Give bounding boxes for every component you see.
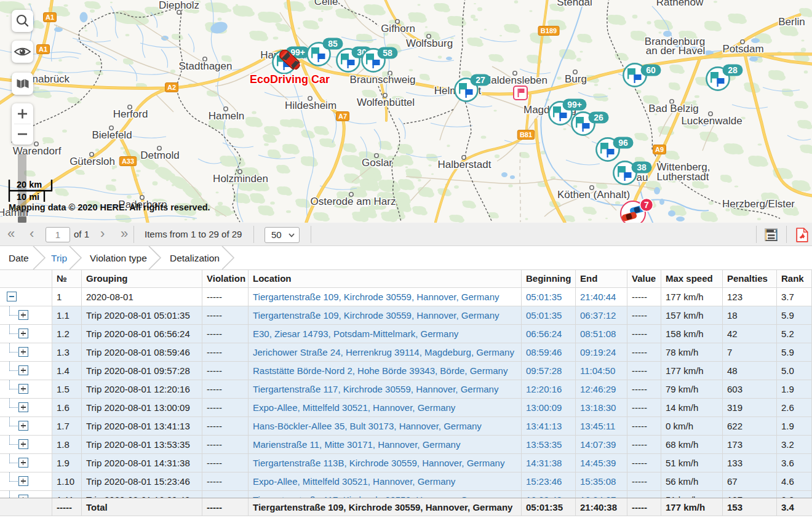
svg-text:26: 26 [594,113,603,122]
svg-text:Stadthagen: Stadthagen [179,60,233,72]
svg-text:Detmold: Detmold [140,149,179,161]
svg-text:Berlin: Berlin [778,16,805,28]
svg-text:Haldensleben: Haldensleben [484,74,547,86]
svg-text:B81: B81 [520,131,532,138]
svg-text:38: 38 [637,162,647,172]
svg-text:Date: Date [9,253,29,263]
svg-text:Celle: Celle [314,0,338,7]
svg-text:Gifhorn: Gifhorn [381,23,415,34]
svg-text:Braunschweig: Braunschweig [350,74,416,86]
svg-text:Trip: Trip [51,253,67,263]
svg-text:Lutherstadt: Lutherstadt [656,171,709,183]
svg-text:Hameln: Hameln [209,110,245,122]
svg-text:Wolfsburg: Wolfsburg [406,38,453,49]
svg-text:20 km: 20 km [17,180,42,189]
svg-text:A33: A33 [122,157,134,165]
svg-text:Detalization: Detalization [170,253,220,263]
svg-text:28: 28 [728,65,738,75]
svg-text:96: 96 [618,138,628,148]
svg-text:Herzberg/Elster: Herzberg/Elster [722,198,795,210]
svg-text:99+: 99+ [567,100,582,110]
svg-text:10 mi: 10 mi [17,192,39,202]
svg-text:Hildesheim: Hildesheim [285,100,336,111]
svg-text:Goslar: Goslar [362,157,392,169]
svg-text:B189: B189 [541,27,557,34]
svg-text:Diepholz: Diepholz [159,0,199,11]
svg-text:27: 27 [476,75,485,85]
svg-text:Luckenwalde: Luckenwalde [681,115,742,127]
svg-text:Wolfenbüttel: Wolfenbüttel [357,97,415,108]
svg-text:an der Havel: an der Havel [646,45,705,57]
svg-text:Osterode am Harz: Osterode am Harz [311,196,396,207]
svg-text:A2: A2 [167,84,176,91]
svg-text:A1: A1 [46,14,54,21]
svg-text:A7: A7 [338,113,347,120]
svg-text:Bielefeld: Bielefeld [92,129,132,141]
svg-text:Halberstadt: Halberstadt [438,159,492,170]
svg-text:Gütersloh: Gütersloh [70,156,115,167]
svg-text:Herford: Herford [113,108,148,120]
svg-text:Bad Belzig: Bad Belzig [648,103,698,114]
svg-text:au: au [637,172,648,183]
svg-text:A1: A1 [39,46,47,53]
svg-text:Potsdam: Potsdam [722,43,763,55]
svg-text:EcoDriving Car: EcoDriving Car [250,73,330,86]
svg-text:7: 7 [644,200,649,210]
svg-text:Köthen (Anhalt): Köthen (Anhalt) [557,189,630,201]
svg-text:58: 58 [383,48,392,58]
svg-text:Violation type: Violation type [90,253,147,263]
svg-text:Rathenow: Rathenow [656,0,704,8]
svg-text:85: 85 [328,39,338,49]
svg-text:A9: A9 [655,146,664,153]
svg-text:Stendal: Stendal [557,0,592,8]
svg-text:Burg: Burg [565,73,587,85]
svg-text:60: 60 [646,65,656,75]
